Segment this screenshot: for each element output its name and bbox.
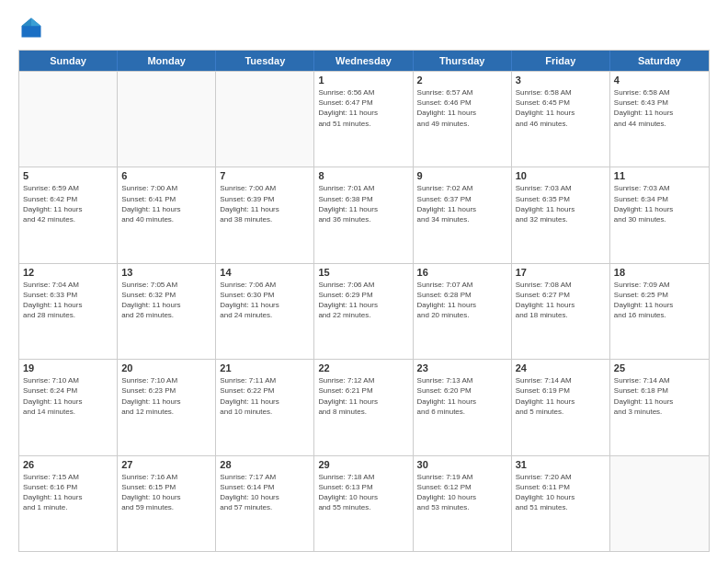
- header: [18, 15, 710, 40]
- calendar-cell-27: 27Sunrise: 7:16 AM Sunset: 6:15 PM Dayli…: [118, 456, 216, 551]
- cell-day-number: 3: [516, 75, 606, 86]
- weekday-header-friday: Friday: [512, 51, 610, 71]
- calendar-cell-empty-0-0: [19, 72, 118, 167]
- cell-info-text: Sunrise: 7:17 AM Sunset: 6:14 PM Dayligh…: [220, 472, 310, 513]
- cell-day-number: 26: [23, 459, 113, 470]
- cell-day-number: 1: [318, 75, 408, 86]
- cell-day-number: 29: [318, 459, 408, 470]
- page: SundayMondayTuesdayWednesdayThursdayFrid…: [0, 0, 728, 563]
- cell-info-text: Sunrise: 7:01 AM Sunset: 6:38 PM Dayligh…: [318, 183, 408, 224]
- cell-day-number: 19: [23, 362, 113, 373]
- cell-day-number: 21: [220, 362, 310, 373]
- svg-marker-1: [31, 18, 41, 27]
- calendar-cell-2: 2Sunrise: 6:57 AM Sunset: 6:46 PM Daylig…: [414, 72, 512, 167]
- calendar-cell-empty-4-6: [610, 456, 709, 551]
- weekday-header-wednesday: Wednesday: [314, 51, 413, 71]
- cell-day-number: 14: [220, 267, 310, 278]
- cell-day-number: 20: [121, 362, 211, 373]
- cell-info-text: Sunrise: 7:12 AM Sunset: 6:21 PM Dayligh…: [318, 375, 408, 417]
- calendar-cell-20: 20Sunrise: 7:10 AM Sunset: 6:23 PM Dayli…: [118, 360, 216, 454]
- cell-info-text: Sunrise: 7:18 AM Sunset: 6:13 PM Dayligh…: [318, 472, 408, 513]
- cell-info-text: Sunrise: 7:06 AM Sunset: 6:30 PM Dayligh…: [220, 280, 310, 321]
- calendar-cell-7: 7Sunrise: 7:00 AM Sunset: 6:39 PM Daylig…: [216, 167, 314, 262]
- cell-day-number: 2: [417, 75, 507, 86]
- logo: [18, 15, 48, 40]
- calendar-cell-empty-0-2: [216, 72, 314, 167]
- calendar: SundayMondayTuesdayWednesdayThursdayFrid…: [18, 50, 710, 552]
- weekday-header-saturday: Saturday: [610, 51, 709, 71]
- weekday-header-sunday: Sunday: [19, 51, 118, 71]
- cell-info-text: Sunrise: 7:06 AM Sunset: 6:29 PM Dayligh…: [318, 280, 408, 321]
- svg-marker-2: [22, 18, 32, 27]
- calendar-cell-22: 22Sunrise: 7:12 AM Sunset: 6:21 PM Dayli…: [314, 360, 413, 454]
- cell-day-number: 24: [516, 362, 606, 373]
- calendar-cell-19: 19Sunrise: 7:10 AM Sunset: 6:24 PM Dayli…: [19, 360, 118, 454]
- cell-info-text: Sunrise: 7:14 AM Sunset: 6:18 PM Dayligh…: [614, 375, 705, 417]
- cell-info-text: Sunrise: 7:05 AM Sunset: 6:32 PM Dayligh…: [121, 280, 211, 321]
- calendar-row-2: 12Sunrise: 7:04 AM Sunset: 6:33 PM Dayli…: [19, 263, 709, 359]
- cell-info-text: Sunrise: 7:10 AM Sunset: 6:23 PM Dayligh…: [121, 375, 211, 417]
- cell-info-text: Sunrise: 7:10 AM Sunset: 6:24 PM Dayligh…: [23, 375, 113, 417]
- cell-day-number: 5: [23, 170, 113, 181]
- weekday-header-monday: Monday: [118, 51, 216, 71]
- calendar-cell-16: 16Sunrise: 7:07 AM Sunset: 6:28 PM Dayli…: [414, 264, 512, 359]
- cell-day-number: 11: [614, 170, 705, 181]
- cell-day-number: 22: [318, 362, 408, 373]
- calendar-cell-26: 26Sunrise: 7:15 AM Sunset: 6:16 PM Dayli…: [19, 456, 118, 551]
- calendar-cell-4: 4Sunrise: 6:58 AM Sunset: 6:43 PM Daylig…: [610, 72, 709, 167]
- logo-icon: [18, 15, 44, 40]
- calendar-cell-29: 29Sunrise: 7:18 AM Sunset: 6:13 PM Dayli…: [314, 456, 413, 551]
- cell-info-text: Sunrise: 6:56 AM Sunset: 6:47 PM Dayligh…: [318, 87, 408, 129]
- cell-day-number: 25: [614, 362, 705, 373]
- calendar-cell-1: 1Sunrise: 6:56 AM Sunset: 6:47 PM Daylig…: [314, 72, 413, 167]
- cell-info-text: Sunrise: 7:11 AM Sunset: 6:22 PM Dayligh…: [220, 375, 310, 417]
- cell-day-number: 17: [516, 267, 606, 278]
- calendar-cell-21: 21Sunrise: 7:11 AM Sunset: 6:22 PM Dayli…: [216, 360, 314, 454]
- calendar-cell-6: 6Sunrise: 7:00 AM Sunset: 6:41 PM Daylig…: [118, 167, 216, 262]
- calendar-header: SundayMondayTuesdayWednesdayThursdayFrid…: [19, 51, 709, 71]
- cell-info-text: Sunrise: 7:04 AM Sunset: 6:33 PM Dayligh…: [23, 280, 113, 321]
- cell-day-number: 23: [417, 362, 507, 373]
- calendar-cell-empty-0-1: [118, 72, 216, 167]
- calendar-cell-30: 30Sunrise: 7:19 AM Sunset: 6:12 PM Dayli…: [414, 456, 512, 551]
- cell-info-text: Sunrise: 7:15 AM Sunset: 6:16 PM Dayligh…: [23, 472, 113, 513]
- calendar-cell-11: 11Sunrise: 7:03 AM Sunset: 6:34 PM Dayli…: [610, 167, 709, 262]
- calendar-row-0: 1Sunrise: 6:56 AM Sunset: 6:47 PM Daylig…: [19, 71, 709, 167]
- calendar-cell-13: 13Sunrise: 7:05 AM Sunset: 6:32 PM Dayli…: [118, 264, 216, 359]
- cell-info-text: Sunrise: 7:03 AM Sunset: 6:34 PM Dayligh…: [614, 183, 705, 224]
- calendar-cell-28: 28Sunrise: 7:17 AM Sunset: 6:14 PM Dayli…: [216, 456, 314, 551]
- calendar-row-3: 19Sunrise: 7:10 AM Sunset: 6:24 PM Dayli…: [19, 359, 709, 454]
- calendar-cell-14: 14Sunrise: 7:06 AM Sunset: 6:30 PM Dayli…: [216, 264, 314, 359]
- cell-day-number: 13: [121, 267, 211, 278]
- calendar-body: 1Sunrise: 6:56 AM Sunset: 6:47 PM Daylig…: [19, 71, 709, 551]
- cell-day-number: 7: [220, 170, 310, 181]
- calendar-cell-18: 18Sunrise: 7:09 AM Sunset: 6:25 PM Dayli…: [610, 264, 709, 359]
- cell-day-number: 8: [318, 170, 408, 181]
- calendar-cell-9: 9Sunrise: 7:02 AM Sunset: 6:37 PM Daylig…: [414, 167, 512, 262]
- cell-info-text: Sunrise: 7:03 AM Sunset: 6:35 PM Dayligh…: [516, 183, 606, 224]
- calendar-cell-31: 31Sunrise: 7:20 AM Sunset: 6:11 PM Dayli…: [512, 456, 610, 551]
- cell-info-text: Sunrise: 7:00 AM Sunset: 6:39 PM Dayligh…: [220, 183, 310, 224]
- calendar-cell-5: 5Sunrise: 6:59 AM Sunset: 6:42 PM Daylig…: [19, 167, 118, 262]
- cell-info-text: Sunrise: 6:59 AM Sunset: 6:42 PM Dayligh…: [23, 183, 113, 224]
- cell-day-number: 12: [23, 267, 113, 278]
- cell-day-number: 31: [516, 459, 606, 470]
- calendar-cell-24: 24Sunrise: 7:14 AM Sunset: 6:19 PM Dayli…: [512, 360, 610, 454]
- cell-day-number: 18: [614, 267, 705, 278]
- calendar-row-1: 5Sunrise: 6:59 AM Sunset: 6:42 PM Daylig…: [19, 167, 709, 262]
- calendar-cell-8: 8Sunrise: 7:01 AM Sunset: 6:38 PM Daylig…: [314, 167, 413, 262]
- calendar-cell-23: 23Sunrise: 7:13 AM Sunset: 6:20 PM Dayli…: [414, 360, 512, 454]
- cell-day-number: 30: [417, 459, 507, 470]
- cell-info-text: Sunrise: 6:58 AM Sunset: 6:43 PM Dayligh…: [614, 87, 705, 129]
- calendar-cell-10: 10Sunrise: 7:03 AM Sunset: 6:35 PM Dayli…: [512, 167, 610, 262]
- calendar-cell-3: 3Sunrise: 6:58 AM Sunset: 6:45 PM Daylig…: [512, 72, 610, 167]
- cell-info-text: Sunrise: 7:14 AM Sunset: 6:19 PM Dayligh…: [516, 375, 606, 417]
- cell-info-text: Sunrise: 7:08 AM Sunset: 6:27 PM Dayligh…: [516, 280, 606, 321]
- cell-info-text: Sunrise: 7:02 AM Sunset: 6:37 PM Dayligh…: [417, 183, 507, 224]
- cell-info-text: Sunrise: 7:07 AM Sunset: 6:28 PM Dayligh…: [417, 280, 507, 321]
- cell-info-text: Sunrise: 7:16 AM Sunset: 6:15 PM Dayligh…: [121, 472, 211, 513]
- cell-day-number: 9: [417, 170, 507, 181]
- cell-info-text: Sunrise: 7:20 AM Sunset: 6:11 PM Dayligh…: [516, 472, 606, 513]
- cell-day-number: 15: [318, 267, 408, 278]
- cell-day-number: 27: [121, 459, 211, 470]
